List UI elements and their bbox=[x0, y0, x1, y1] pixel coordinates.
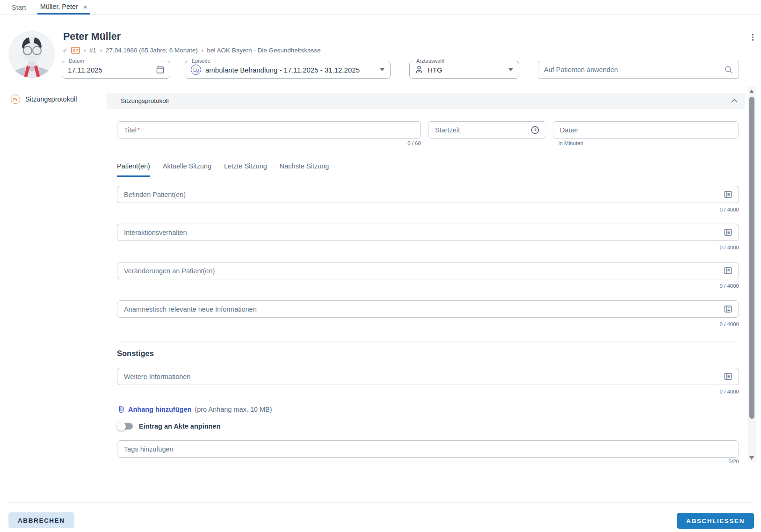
patient-birth: 27.04.1960 (65 Jahre, 6 Monate) bbox=[106, 47, 198, 54]
tags-input[interactable]: Tags hinzufügen bbox=[117, 440, 739, 458]
befinden-placeholder: Befinden Patient(en) bbox=[124, 191, 186, 198]
interaktionsverhalten-counter: 0 / 4000 bbox=[117, 245, 739, 250]
befinden-counter: 0 / 4000 bbox=[117, 207, 739, 212]
episode-badge-icon: Eg bbox=[191, 65, 201, 75]
footer-divider bbox=[8, 502, 753, 503]
tab-start-label: Start bbox=[12, 4, 26, 11]
app-window: Start Müller, Peter × bbox=[0, 0, 761, 532]
panel-header: Sitzungsprotokoll bbox=[107, 93, 745, 109]
tab-patient-label: Müller, Peter bbox=[40, 3, 78, 10]
text-template-icon[interactable] bbox=[724, 372, 732, 380]
patient-name: Peter Müller bbox=[63, 31, 121, 43]
search-icon[interactable] bbox=[725, 66, 733, 74]
episode-value: ambulante Behandlung - 17.11.2025 - 31.1… bbox=[205, 66, 360, 74]
panel-title: Sitzungsprotokoll bbox=[121, 97, 169, 104]
episode-label: Episode bbox=[189, 58, 213, 64]
startzeit-input[interactable]: Startzeit bbox=[428, 121, 546, 138]
search-placeholder: Auf Patienten anwenden bbox=[544, 66, 618, 73]
anamnestisch-placeholder: Anamnestisch relevante neue Informatione… bbox=[124, 306, 257, 313]
anamnestisch-textarea[interactable]: Anamnestisch relevante neue Informatione… bbox=[117, 300, 739, 318]
add-attachment-link[interactable]: Anhang hinzufügen bbox=[128, 406, 191, 413]
patient-number: #1 bbox=[89, 47, 96, 54]
veraenderungen-textarea[interactable]: Veränderungen an Patient(en) bbox=[117, 262, 739, 279]
attachment-hint: (pro Anhang max. 10 MB) bbox=[195, 406, 272, 413]
weitere-placeholder: Weitere Informationen bbox=[124, 373, 190, 380]
attachment-row: Anhang hinzufügen (pro Anhang max. 10 MB… bbox=[118, 405, 272, 413]
tab-start[interactable]: Start bbox=[12, 0, 26, 15]
tab-patienten[interactable]: Patient(en) bbox=[117, 162, 150, 177]
pin-toggle-row: Eintrag an Akte anpinnen bbox=[118, 423, 220, 430]
sidebar-item-sitzungsprotokoll[interactable]: Pr Sitzungsprotokoll bbox=[11, 95, 77, 104]
interaktionsverhalten-textarea[interactable]: Interaktionsverhalten bbox=[117, 224, 739, 241]
protocol-badge-icon: Pr bbox=[11, 95, 20, 104]
dauer-placeholder: Dauer bbox=[560, 126, 579, 134]
scrollbar-thumb[interactable] bbox=[749, 97, 754, 419]
search-input[interactable]: Auf Patienten anwenden bbox=[538, 61, 739, 79]
meta-separator: • bbox=[100, 48, 102, 53]
tab-aktuelle-sitzung[interactable]: Aktuelle Sitzung bbox=[163, 162, 211, 177]
male-icon: ♂ bbox=[62, 46, 67, 54]
pin-toggle[interactable] bbox=[118, 423, 133, 430]
cancel-button[interactable]: ABBRECHEN bbox=[8, 512, 74, 528]
titel-counter: 0 / 60 bbox=[117, 140, 421, 146]
tab-patient-mueller[interactable]: Müller, Peter × bbox=[37, 0, 90, 15]
scroll-clip: 0/20 bbox=[107, 457, 745, 463]
veraenderungen-counter: 0 / 4000 bbox=[117, 283, 739, 289]
kebab-menu-icon[interactable] bbox=[752, 34, 754, 41]
clock-icon[interactable] bbox=[531, 126, 539, 134]
tab-naechste-sitzung[interactable]: Nächste Sitzung bbox=[280, 162, 329, 177]
vertical-scrollbar[interactable] bbox=[748, 87, 756, 462]
paperclip-icon bbox=[118, 405, 125, 413]
scroll-down-icon[interactable] bbox=[749, 456, 754, 460]
anamnestisch-counter: 0 / 4000 bbox=[117, 321, 739, 327]
close-icon[interactable]: × bbox=[83, 3, 87, 10]
chevron-up-icon[interactable] bbox=[731, 99, 738, 103]
datum-field[interactable]: Datum 17.11.2025 bbox=[62, 61, 170, 79]
interaktionsverhalten-placeholder: Interaktionsverhalten bbox=[124, 229, 187, 236]
calendar-icon[interactable] bbox=[156, 66, 164, 74]
required-asterisk: * bbox=[138, 126, 140, 134]
tab-bar: Start Müller, Peter × bbox=[0, 0, 761, 15]
weitere-counter: 0 / 4000 bbox=[117, 389, 739, 394]
section-divider bbox=[117, 342, 739, 342]
startzeit-placeholder: Startzeit bbox=[435, 126, 460, 134]
datum-label: Datum bbox=[66, 58, 86, 64]
text-template-icon[interactable] bbox=[724, 190, 732, 198]
text-template-icon[interactable] bbox=[724, 305, 732, 313]
chevron-down-icon[interactable] bbox=[508, 68, 513, 71]
avatar bbox=[8, 31, 55, 78]
sidebar-item-label: Sitzungsprotokoll bbox=[25, 95, 77, 103]
session-tabs: Patient(en) Aktuelle Sitzung Letzte Sitz… bbox=[117, 162, 329, 177]
episode-select[interactable]: Episode Eg ambulante Behandlung - 17.11.… bbox=[185, 61, 391, 79]
patient-meta: ♂ • #1 • 27.04.1960 (65 Jahre, 6 Monate)… bbox=[62, 46, 321, 54]
befinden-textarea[interactable]: Befinden Patient(en) bbox=[117, 186, 739, 203]
titel-input[interactable]: Titel * bbox=[117, 121, 421, 138]
finish-button[interactable]: ABSCHLIESSEN bbox=[677, 513, 754, 529]
scroll-up-icon[interactable] bbox=[749, 89, 754, 93]
arztauswahl-label: Arztauswahl bbox=[414, 58, 447, 64]
arztauswahl-select[interactable]: Arztauswahl HTG bbox=[409, 61, 519, 79]
sonstiges-heading: Sonstiges bbox=[117, 349, 154, 358]
doctor-icon bbox=[415, 66, 423, 74]
titel-placeholder: Titel bbox=[124, 126, 137, 134]
pin-toggle-label: Eintrag an Akte anpinnen bbox=[139, 423, 220, 430]
text-template-icon[interactable] bbox=[724, 267, 732, 275]
patient-card-icon bbox=[71, 47, 80, 54]
patient-insurer: bei AOK Bayern - Die Gesundheitskasse bbox=[207, 47, 321, 54]
dauer-input[interactable]: Dauer bbox=[553, 121, 739, 138]
weitere-informationen-textarea[interactable]: Weitere Informationen bbox=[117, 368, 739, 385]
arztauswahl-value: HTG bbox=[428, 66, 442, 74]
dauer-helper: in Minuten bbox=[558, 140, 583, 146]
meta-separator: • bbox=[202, 48, 203, 53]
veraenderungen-placeholder: Veränderungen an Patient(en) bbox=[124, 267, 215, 275]
meta-separator: • bbox=[84, 48, 86, 53]
tab-letzte-sitzung[interactable]: Letzte Sitzung bbox=[224, 162, 267, 177]
tags-counter: 0/20 bbox=[117, 459, 739, 463]
chevron-down-icon[interactable] bbox=[380, 68, 384, 71]
tags-placeholder: Tags hinzufügen bbox=[124, 445, 174, 453]
datum-value: 17.11.2025 bbox=[68, 66, 102, 74]
text-template-icon[interactable] bbox=[724, 228, 732, 236]
